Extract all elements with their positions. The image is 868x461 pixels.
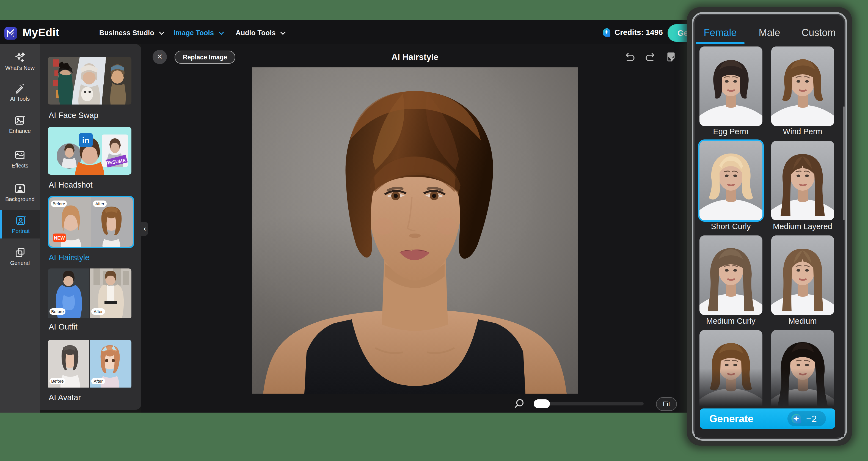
svg-text:After: After [94, 309, 103, 314]
svg-text:Before: Before [53, 201, 65, 206]
svg-text:in: in [82, 136, 90, 145]
svg-text:Before: Before [51, 309, 64, 314]
svg-text:After: After [95, 201, 104, 206]
svg-text:After: After [94, 379, 103, 383]
svg-text:Before: Before [51, 379, 64, 383]
svg-text:NEW: NEW [54, 236, 65, 241]
